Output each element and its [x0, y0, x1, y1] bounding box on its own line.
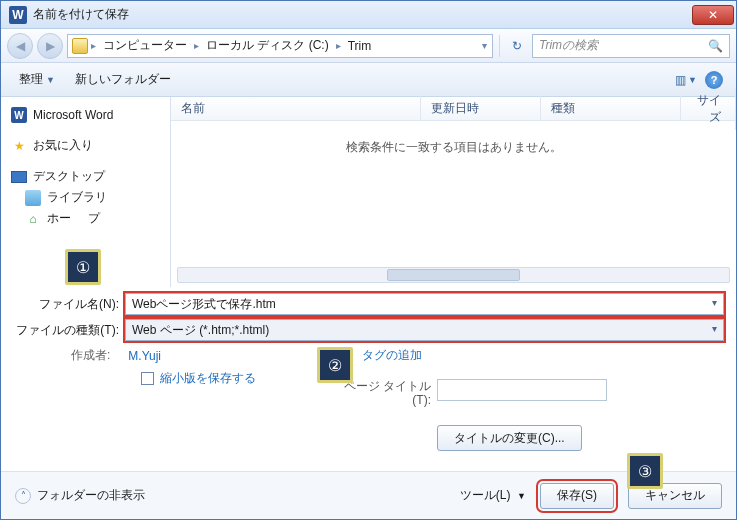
- desktop-icon: [11, 169, 27, 185]
- forward-button[interactable]: ▶: [37, 33, 63, 59]
- libraries-icon: [25, 190, 41, 206]
- change-title-button[interactable]: タイトルの変更(C)...: [437, 425, 582, 451]
- col-date[interactable]: 更新日時: [421, 96, 541, 121]
- sidebar-item-homegroup[interactable]: ⌂ ホー プ: [19, 208, 166, 229]
- thumbnail-checkbox-label: 縮小版を保存する: [160, 370, 256, 387]
- search-placeholder: Trimの検索: [539, 37, 598, 54]
- back-icon: ◀: [16, 39, 25, 53]
- chevron-down-icon[interactable]: ▾: [481, 40, 488, 51]
- filetype-select[interactable]: Web ページ (*.htm;*.html): [125, 319, 724, 341]
- refresh-button[interactable]: ↻: [506, 35, 528, 57]
- breadcrumb-drive[interactable]: ローカル ディスク (C:): [202, 35, 333, 56]
- sidebar-item-word[interactable]: W Microsoft Word: [5, 105, 166, 125]
- breadcrumb-root[interactable]: コンピューター: [99, 35, 191, 56]
- separator: [499, 35, 500, 57]
- page-title-label: ページ タイトル(T):: [343, 379, 431, 407]
- page-title-input[interactable]: [437, 379, 607, 401]
- annotation-badge-3: ③: [627, 453, 663, 489]
- homegroup-icon: ⌂: [25, 211, 41, 227]
- save-button[interactable]: 保存(S): [540, 483, 614, 509]
- close-button[interactable]: ✕: [692, 5, 734, 25]
- scrollbar-thumb[interactable]: [387, 269, 519, 281]
- chevron-right-icon: ▸: [335, 40, 342, 51]
- folder-icon: [72, 38, 88, 54]
- list-header: 名前 更新日時 種類 サイズ: [171, 97, 736, 121]
- annotation-badge-1: ①: [65, 249, 101, 285]
- close-icon: ✕: [708, 8, 718, 22]
- navbar: ◀ ▶ ▸ コンピューター ▸ ローカル ディスク (C:) ▸ Trim ▾ …: [1, 29, 736, 63]
- new-folder-button[interactable]: 新しいフォルダー: [67, 67, 179, 92]
- dialog-title: 名前を付けて保存: [33, 6, 692, 23]
- organize-menu[interactable]: 整理▼: [11, 67, 63, 92]
- author-value[interactable]: M.Yuji: [128, 349, 161, 363]
- footer: ˄ フォルダーの非表示 ツール(L) ▼ 保存(S) キャンセル: [1, 471, 736, 519]
- checkbox-icon[interactable]: [141, 372, 154, 385]
- filename-label: ファイル名(N):: [13, 296, 119, 313]
- search-input[interactable]: Trimの検索 🔍: [532, 34, 730, 58]
- tags-value[interactable]: タグの追加: [362, 347, 422, 364]
- hide-folders-toggle[interactable]: ˄ フォルダーの非表示: [15, 487, 145, 504]
- breadcrumb[interactable]: ▸ コンピューター ▸ ローカル ディスク (C:) ▸ Trim ▾: [67, 34, 493, 58]
- word-app-icon: W: [9, 6, 27, 24]
- filename-input[interactable]: Webページ形式で保存.htm: [125, 293, 724, 315]
- horizontal-scrollbar[interactable]: [177, 267, 730, 283]
- toolbar: 整理▼ 新しいフォルダー ▥▼ ?: [1, 63, 736, 97]
- list-body: 検索条件に一致する項目はありません。: [171, 121, 736, 287]
- back-button[interactable]: ◀: [7, 33, 33, 59]
- titlebar: W 名前を付けて保存 ✕: [1, 1, 736, 29]
- empty-message: 検索条件に一致する項目はありません。: [346, 139, 562, 156]
- forward-icon: ▶: [46, 39, 55, 53]
- help-icon: ?: [705, 71, 723, 89]
- sidebar-item-libraries[interactable]: ライブラリ: [19, 187, 166, 208]
- breadcrumb-folder[interactable]: Trim: [344, 37, 376, 55]
- content-area: W Microsoft Word ★ お気に入り デスクトップ ライブラリ ⌂ …: [1, 97, 736, 287]
- search-icon: 🔍: [708, 39, 723, 53]
- filetype-label: ファイルの種類(T):: [13, 322, 119, 339]
- col-type[interactable]: 種類: [541, 96, 681, 121]
- form-area: ファイル名(N): Webページ形式で保存.htm ファイルの種類(T): We…: [1, 287, 736, 391]
- view-icon: ▥: [675, 73, 686, 87]
- annotation-badge-2: ②: [317, 347, 353, 383]
- save-as-dialog: W 名前を付けて保存 ✕ ◀ ▶ ▸ コンピューター ▸ ローカル ディスク (…: [0, 0, 737, 520]
- sidebar-item-desktop[interactable]: デスクトップ: [5, 166, 166, 187]
- tools-menu[interactable]: ツール(L) ▼: [460, 487, 526, 504]
- file-list: 名前 更新日時 種類 サイズ 検索条件に一致する項目はありません。: [171, 97, 736, 287]
- chevron-right-icon: ▸: [193, 40, 200, 51]
- chevron-up-icon: ˄: [15, 488, 31, 504]
- star-icon: ★: [11, 138, 27, 154]
- page-title-row: ページ タイトル(T):: [343, 379, 607, 407]
- word-icon: W: [11, 107, 27, 123]
- col-name[interactable]: 名前: [171, 96, 421, 121]
- sidebar-item-favorites[interactable]: ★ お気に入り: [5, 135, 166, 156]
- chevron-right-icon: ▸: [90, 40, 97, 51]
- author-label: 作成者:: [71, 347, 110, 364]
